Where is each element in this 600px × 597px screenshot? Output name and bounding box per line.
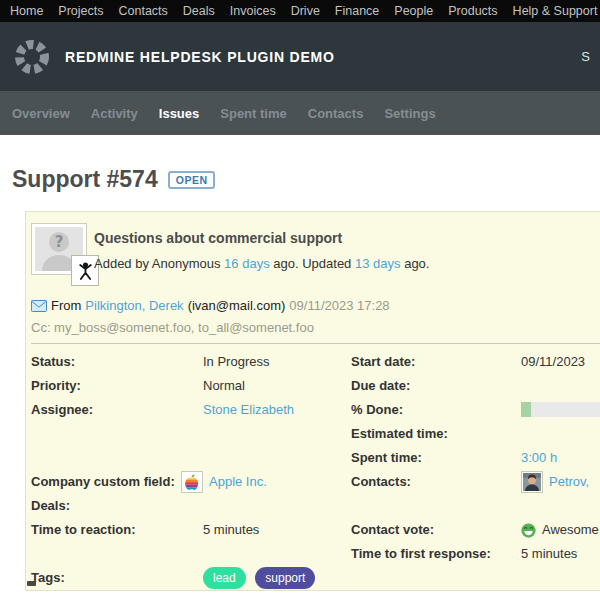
tab-activity[interactable]: Activity [91,106,138,121]
issue-box: ? Questions about commercial support Add… [25,211,600,591]
company-link[interactable]: Apple Inc. [209,470,267,494]
contact-vote-label: Contact vote: [351,518,521,542]
nav-drive[interactable]: Drive [291,4,320,18]
email-datetime: 09/11/2023 17:28 [289,298,389,313]
byline-prefix: Added by Anonymous [94,256,220,271]
spent-time-label: Spent time: [351,446,521,470]
status-label: Status: [31,350,203,374]
redmine-logo-icon [12,37,52,77]
priority-label: Priority: [31,374,203,398]
start-date-value: 09/11/2023 [521,350,600,374]
page-title: Support #574 [12,166,158,193]
priority-value: Normal [203,374,351,398]
assignee-label: Assignee: [31,398,203,422]
tab-overview[interactable]: Overview [12,106,70,121]
updated-ago-link[interactable]: 13 days [355,256,401,271]
status-badge: OPEN [168,171,216,189]
tag-support[interactable]: support [255,567,315,589]
tags-label: Tags: [31,566,203,590]
email-from-line: From Pilkington, Derek (ivan@mail.com) 0… [31,298,390,313]
top-navigation: Home Projects Contacts Deals Invoices Dr… [0,0,600,22]
byline-mid: ago. Updated [273,256,351,271]
nav-people[interactable]: People [394,4,433,18]
start-date-label: Start date: [351,350,521,374]
app-header: REDMINE HELPDESK PLUGIN DEMO S [0,22,600,91]
project-tabbar: Overview Activity Issues Spent time Cont… [0,91,600,135]
tab-settings[interactable]: Settings [384,106,435,121]
app-title: REDMINE HELPDESK PLUGIN DEMO [65,49,335,65]
stick-figure-icon [77,261,94,281]
from-label: From [51,298,81,313]
tags-cell: lead support [203,566,600,590]
contacts-label: Contacts: [351,470,521,494]
envelope-icon [31,300,47,312]
due-date-value [521,374,600,398]
awesome-smiley-icon [521,523,536,538]
status-value: In Progress [203,350,351,374]
spent-time-link[interactable]: 3:00 h [521,450,557,465]
nav-products[interactable]: Products [448,4,497,18]
nav-projects[interactable]: Projects [58,4,103,18]
added-ago-link[interactable]: 16 days [224,256,270,271]
percent-done-cell [521,398,600,422]
time-to-reaction-label: Time to reaction: [31,518,203,542]
issue-subject: Questions about commercial support [94,230,342,246]
contact-link[interactable]: Petrov, [549,470,589,494]
deals-label: Deals: [31,494,203,518]
tab-contacts[interactable]: Contacts [308,106,364,121]
nav-help-support[interactable]: Help & Support [513,4,598,18]
assignee-link[interactable]: Stone Elizabeth [203,402,294,417]
sender-name-link[interactable]: Pilkington, Derek [85,298,183,313]
company-label: Company custom field: [31,470,203,494]
progress-bar [521,402,600,417]
sender-email: (ivan@mail.com) [188,298,286,313]
nav-invoices[interactable]: Invoices [230,4,276,18]
attributes-grid: Status: In Progress Start date: 09/11/20… [31,350,600,590]
divider [31,343,600,344]
svg-text:?: ? [55,233,64,251]
contact-photo-icon [523,473,541,491]
tab-spent-time[interactable]: Spent time [220,106,286,121]
contact-vote-value: Awesome [542,518,599,542]
contact-avatar-frame [521,471,543,493]
issue-byline: Added by Anonymous 16 days ago. Updated … [94,256,429,271]
time-to-reaction-value: 5 minutes [203,518,351,542]
tab-issues[interactable]: Issues [159,106,199,121]
estimated-time-value [521,422,600,446]
cc-line: Cc: my_boss@somenet.foo, to_all@somenet.… [31,320,314,335]
search-link[interactable]: S [581,49,590,64]
percent-done-label: % Done: [351,398,521,422]
nav-deals[interactable]: Deals [183,4,215,18]
page-heading: Support #574 OPEN [12,166,215,193]
nav-contacts[interactable]: Contacts [119,4,168,18]
nav-home[interactable]: Home [10,4,43,18]
progress-done-fill [521,402,531,417]
partial-element [27,581,36,586]
due-date-label: Due date: [351,374,521,398]
nav-finance[interactable]: Finance [335,4,379,18]
estimated-time-label: Estimated time: [351,422,521,446]
tag-lead[interactable]: lead [203,567,246,589]
time-to-first-response-value: 5 minutes [521,542,600,566]
company-logo-frame [181,471,203,493]
apple-logo-icon [185,474,199,490]
byline-suffix: ago. [404,256,429,271]
time-to-first-response-label: Time to first response: [351,542,521,566]
deals-value [203,494,351,518]
